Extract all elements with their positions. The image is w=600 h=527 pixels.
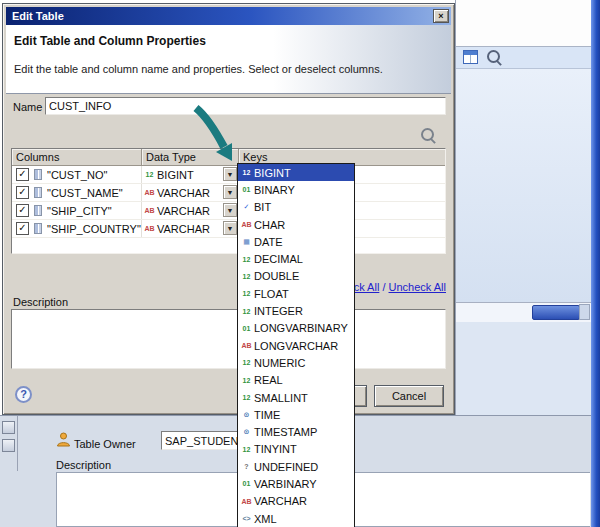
dropdown-item-label: BINARY bbox=[254, 184, 295, 196]
dropdown-item-label: XML bbox=[254, 513, 277, 525]
background-panel-lower bbox=[456, 322, 591, 415]
dropdown-item-label: BIT bbox=[254, 201, 271, 213]
datatype-icon: 12 bbox=[239, 290, 254, 297]
scrollbar-thumb[interactable] bbox=[532, 305, 580, 320]
description-textarea[interactable] bbox=[11, 309, 446, 369]
dropdown-item-label: VARBINARY bbox=[254, 478, 317, 490]
column-name: "CUST_NO" bbox=[47, 169, 107, 181]
dropdown-item[interactable]: 01 LONGVARBINARY bbox=[238, 320, 354, 337]
dropdown-item[interactable]: 12 TINYINT bbox=[238, 441, 354, 458]
table-name-input[interactable] bbox=[45, 97, 446, 115]
columns-table: Columns Data Type Keys ✓ "CUST_NO" 12 BI… bbox=[11, 148, 446, 254]
dropdown-item-label: INTEGER bbox=[254, 305, 303, 317]
dropdown-item[interactable]: ⊙ TIMESTAMP bbox=[238, 423, 354, 440]
dropdown-item[interactable]: 12 NUMERIC bbox=[238, 354, 354, 371]
dialog-titlebar[interactable]: Edit Table bbox=[6, 7, 451, 25]
link-separator: / bbox=[379, 281, 388, 293]
column-icon bbox=[34, 205, 42, 216]
dropdown-item[interactable]: 12 FLOAT bbox=[238, 285, 354, 302]
column-icon bbox=[34, 169, 42, 180]
checkbox[interactable]: ✓ bbox=[16, 168, 29, 181]
dropdown-item[interactable]: 12 SMALLINT bbox=[238, 389, 354, 406]
datatype-icon: AB bbox=[142, 225, 157, 232]
checkbox[interactable]: ✓ bbox=[16, 204, 29, 217]
datatype-icon: AB bbox=[142, 189, 157, 196]
page-title: Edit Table and Column Properties bbox=[14, 34, 206, 48]
zoom-icon[interactable] bbox=[421, 128, 434, 141]
column-header-columns: Columns bbox=[12, 149, 142, 165]
datatype-icon: ▦ bbox=[239, 238, 254, 246]
dropdown-item[interactable]: 01 VARBINARY bbox=[238, 475, 354, 492]
dropdown-item-label: BIGINT bbox=[254, 167, 291, 179]
dropdown-item-label: DATE bbox=[254, 236, 283, 248]
description-label: Description bbox=[13, 296, 68, 308]
dropdown-item-label: LONGVARCHAR bbox=[254, 340, 338, 352]
column-name: "SHIP_COUNTRY" bbox=[47, 223, 141, 235]
datatype-icon: <> bbox=[239, 515, 254, 522]
chevron-down-icon[interactable]: ▼ bbox=[223, 167, 237, 181]
table-row[interactable]: ✓ "SHIP_CITY" AB VARCHAR ▼ bbox=[12, 202, 445, 220]
table-row[interactable]: ✓ "SHIP_COUNTRY" AB VARCHAR ▼ bbox=[12, 220, 445, 238]
dropdown-item[interactable]: ? UNDEFINED bbox=[238, 458, 354, 475]
datatype-icon: AB bbox=[142, 207, 157, 214]
datatype-dropdown-list: 12 BIGINT 01 BINARY ✓ BIT AB CHAR ▦ DATE… bbox=[237, 163, 355, 527]
dropdown-item-label: TIMESTAMP bbox=[254, 426, 317, 438]
table-row[interactable]: ✓ "CUST_NAME" AB VARCHAR ▼ bbox=[12, 184, 445, 202]
table-header-row: Columns Data Type Keys bbox=[12, 149, 445, 166]
dropdown-item[interactable]: 12 REAL bbox=[238, 372, 354, 389]
datatype-icon: 01 bbox=[239, 480, 254, 487]
scrollbar-button[interactable] bbox=[579, 304, 590, 320]
background-description-label: Description bbox=[56, 459, 111, 471]
checkbox[interactable]: ✓ bbox=[16, 186, 29, 199]
mini-toolbar-icon-2[interactable] bbox=[2, 439, 15, 452]
dropdown-item[interactable]: ▦ DATE bbox=[238, 233, 354, 250]
column-name: "CUST_NAME" bbox=[47, 187, 123, 199]
name-label: Name bbox=[13, 101, 42, 113]
dropdown-item[interactable]: AB VARCHAR bbox=[238, 493, 354, 510]
dialog-header: Edit Table and Column Properties Edit th… bbox=[6, 25, 451, 94]
mini-toolbar-divider bbox=[17, 416, 18, 471]
chevron-down-icon[interactable]: ▼ bbox=[223, 203, 237, 217]
chevron-down-icon[interactable]: ▼ bbox=[223, 185, 237, 199]
search-icon[interactable] bbox=[487, 50, 500, 63]
dropdown-item-label: VARCHAR bbox=[254, 495, 307, 507]
checkbox[interactable]: ✓ bbox=[16, 222, 29, 235]
dropdown-item[interactable]: 12 DOUBLE bbox=[238, 268, 354, 285]
table-row[interactable]: ✓ "CUST_NO" 12 BIGINT ▼ bbox=[12, 166, 445, 184]
dropdown-item-label: SMALLINT bbox=[254, 392, 308, 404]
mini-toolbar-icon-1[interactable] bbox=[2, 421, 15, 434]
close-icon[interactable]: × bbox=[433, 9, 449, 23]
chevron-down-icon[interactable]: ▼ bbox=[223, 221, 237, 235]
dropdown-item-label: UNDEFINED bbox=[254, 461, 318, 473]
dropdown-item-label: NUMERIC bbox=[254, 357, 305, 369]
datatype-value: VARCHAR bbox=[157, 187, 210, 199]
dialog-title: Edit Table bbox=[12, 10, 64, 22]
dropdown-item-label: DECIMAL bbox=[254, 253, 303, 265]
background-panel bbox=[456, 69, 591, 302]
dropdown-item[interactable]: ⊙ TIME bbox=[238, 406, 354, 423]
datatype-icon: 12 bbox=[239, 359, 254, 366]
datatype-icon: 12 bbox=[239, 273, 254, 280]
datatype-icon: 12 bbox=[239, 377, 254, 384]
datatype-icon: 12 bbox=[239, 308, 254, 315]
dropdown-item-label: TIME bbox=[254, 409, 280, 421]
dropdown-item[interactable]: 01 BINARY bbox=[238, 181, 354, 198]
datatype-icon: ⊙ bbox=[239, 411, 254, 419]
dropdown-item-label: FLOAT bbox=[254, 288, 289, 300]
datatype-value: BIGINT bbox=[157, 169, 194, 181]
dropdown-item[interactable]: <> XML bbox=[238, 510, 354, 527]
cancel-button[interactable]: Cancel bbox=[374, 385, 444, 407]
dropdown-item[interactable]: 12 DECIMAL bbox=[238, 250, 354, 267]
table-grid-icon[interactable] bbox=[463, 50, 478, 64]
datatype-icon: 12 bbox=[239, 256, 254, 263]
dropdown-item[interactable]: 12 BIGINT bbox=[238, 164, 354, 181]
help-icon[interactable]: ? bbox=[15, 386, 32, 403]
datatype-icon: ⊙ bbox=[239, 428, 254, 436]
uncheck-all-link[interactable]: Uncheck All bbox=[389, 281, 446, 293]
dropdown-item[interactable]: 12 INTEGER bbox=[238, 302, 354, 319]
datatype-icon: ✓ bbox=[239, 203, 254, 211]
dropdown-item[interactable]: AB LONGVARCHAR bbox=[238, 337, 354, 354]
dropdown-item[interactable]: ✓ BIT bbox=[238, 199, 354, 216]
dropdown-item-label: TINYINT bbox=[254, 443, 297, 455]
dropdown-item[interactable]: AB CHAR bbox=[238, 216, 354, 233]
